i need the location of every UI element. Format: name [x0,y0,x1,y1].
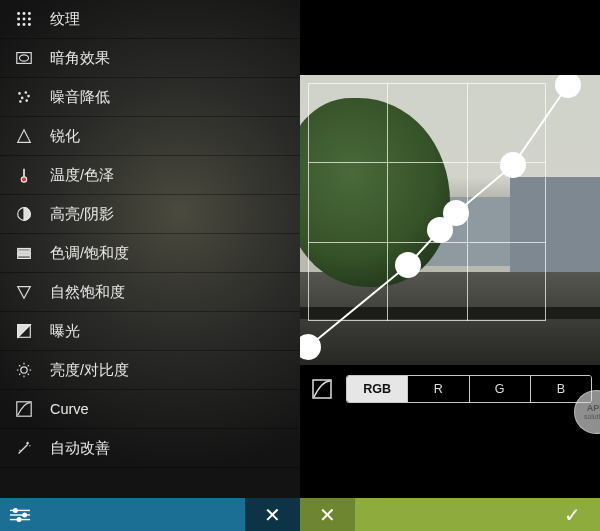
menu-item-texture[interactable]: 纹理 [0,0,300,39]
menu-item-brightness[interactable]: 亮度/对比度 [0,351,300,390]
svg-point-0 [18,13,20,15]
triangle-down-icon [14,282,34,302]
menu-item-label: 纹理 [50,10,80,29]
channel-segmented-control: RGBRGB [346,375,592,403]
svg-point-17 [21,177,26,182]
svg-point-1 [23,13,25,15]
svg-point-15 [20,101,21,102]
menu-item-label: 锐化 [50,127,80,146]
menu-item-label: 自动改善 [50,439,110,458]
wand-icon [14,438,34,458]
badge-line2: solution [584,413,600,420]
menu-item-label: Curve [50,401,89,417]
curve-controls: RGBRGB [300,365,600,411]
menu-item-sharpen[interactable]: 锐化 [0,117,300,156]
menu-item-highlights[interactable]: 高亮/阴影 [0,195,300,234]
svg-point-12 [25,92,26,93]
menu-item-label: 温度/色泽 [50,166,114,185]
edit-menu-panel: 纹理暗角效果噪音降低锐化温度/色泽高亮/阴影色调/饱和度自然饱和度曝光亮度/对比… [0,0,300,531]
half-circle-icon [14,204,34,224]
badge-line1: APP [587,404,600,413]
channel-button-r[interactable]: R [408,376,469,402]
svg-point-23 [21,367,27,373]
svg-point-11 [19,93,20,94]
svg-point-6 [18,24,20,26]
confirm-button[interactable]: ✓ [545,498,600,531]
svg-rect-19 [18,249,31,252]
hue-bars-icon [14,243,34,263]
menu-list: 纹理暗角效果噪音降低锐化温度/色泽高亮/阴影色调/饱和度自然饱和度曝光亮度/对比… [0,0,300,468]
menu-item-label: 曝光 [50,322,80,341]
svg-point-26 [14,508,18,512]
menu-item-label: 高亮/阴影 [50,205,114,224]
exposure-icon [14,321,34,341]
grid3-icon [14,9,34,29]
svg-rect-21 [18,256,31,259]
menu-item-vignette[interactable]: 暗角效果 [0,39,300,78]
svg-point-8 [29,24,31,26]
curve-point-1[interactable] [395,252,421,278]
menu-item-label: 亮度/对比度 [50,361,129,380]
menu-item-auto[interactable]: 自动改善 [0,429,300,468]
svg-point-28 [23,513,27,517]
svg-point-3 [18,18,20,20]
dots-icon [14,87,34,107]
menu-item-label: 色调/饱和度 [50,244,129,263]
menu-item-label: 噪音降低 [50,88,110,107]
svg-point-4 [23,18,25,20]
curve-point-4[interactable] [500,152,526,178]
brightness-icon [14,360,34,380]
menu-item-curve[interactable]: Curve [0,390,300,429]
menu-item-exposure[interactable]: 曝光 [0,312,300,351]
thermometer-icon [14,165,34,185]
svg-point-7 [23,24,25,26]
svg-point-13 [21,97,22,98]
menu-item-denoise[interactable]: 噪音降低 [0,78,300,117]
sliders-icon[interactable] [0,507,40,523]
menu-item-vibrance[interactable]: 自然饱和度 [0,273,300,312]
menu-item-label: 自然饱和度 [50,283,125,302]
curve-editor-panel: RGBRGB ✕ ✓ APP solution [300,0,600,531]
svg-point-2 [29,13,31,15]
cancel-button[interactable]: ✕ [300,498,355,531]
svg-point-30 [17,517,21,521]
image-preview[interactable] [300,75,600,365]
channel-button-rgb[interactable]: RGB [347,376,408,402]
svg-point-14 [28,95,29,96]
svg-point-10 [20,55,29,61]
menu-item-hue[interactable]: 色调/饱和度 [0,234,300,273]
menu-item-label: 暗角效果 [50,49,110,68]
vignette-icon [14,48,34,68]
triangle-up-icon [14,126,34,146]
right-bottom-bar: ✕ ✓ [300,498,600,531]
svg-point-5 [29,18,31,20]
curve-icon-button[interactable] [308,375,336,403]
curve-icon [14,399,34,419]
channel-button-g[interactable]: G [470,376,531,402]
svg-rect-20 [18,252,31,255]
curve-grid [308,83,546,321]
menu-item-temperature[interactable]: 温度/色泽 [0,156,300,195]
top-spacer [300,0,600,75]
svg-point-16 [26,100,27,101]
close-button[interactable]: ✕ [245,498,300,531]
curve-point-3[interactable] [443,200,469,226]
left-toolbar: ✕ [0,498,300,531]
